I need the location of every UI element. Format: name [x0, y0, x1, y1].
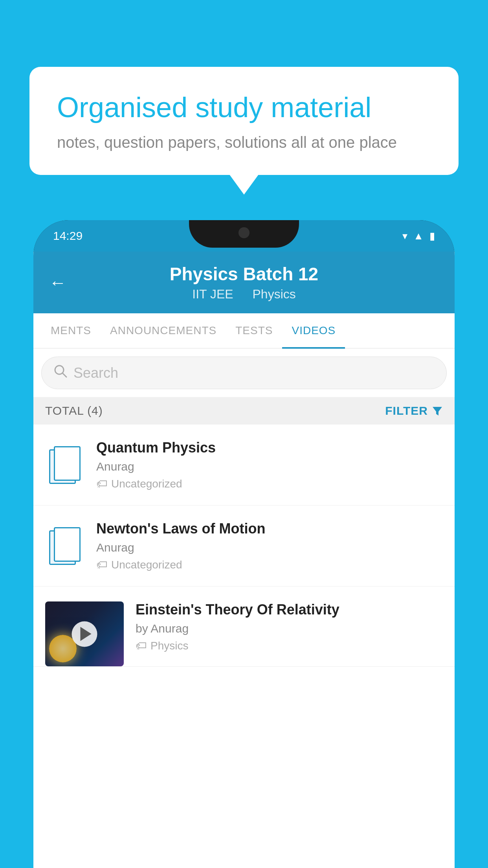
- item-title: Einstein's Theory Of Relativity: [136, 601, 443, 618]
- speech-bubble: Organised study material notes, question…: [29, 67, 459, 175]
- tag-label: Uncategorized: [111, 478, 182, 490]
- item-info: Quantum Physics Anurag 🏷 Uncategorized: [96, 440, 443, 490]
- list-item[interactable]: Newton's Laws of Motion Anurag 🏷 Uncateg…: [33, 506, 455, 587]
- document-icon: [49, 527, 81, 565]
- filter-bar: TOTAL (4) FILTER: [33, 397, 455, 425]
- header-subtitle: IIT JEE Physics: [49, 287, 439, 302]
- item-tag: 🏷 Uncategorized: [96, 477, 443, 490]
- list-item[interactable]: Quantum Physics Anurag 🏷 Uncategorized: [33, 425, 455, 506]
- header-title: Physics Batch 12: [49, 263, 439, 285]
- svg-marker-2: [433, 407, 442, 416]
- status-time: 14:29: [53, 229, 83, 243]
- header-tag-physics: Physics: [252, 287, 295, 301]
- tag-icon: 🏷: [96, 477, 107, 490]
- item-info: Einstein's Theory Of Relativity by Anura…: [136, 601, 443, 652]
- item-title: Quantum Physics: [96, 440, 443, 456]
- signal-icon: ▲: [413, 230, 424, 242]
- status-icons: ▾ ▲ ▮: [402, 230, 435, 242]
- item-author: Anurag: [96, 460, 443, 473]
- camera: [238, 227, 250, 238]
- item-info: Newton's Laws of Motion Anurag 🏷 Uncateg…: [96, 520, 443, 571]
- item-title: Newton's Laws of Motion: [96, 520, 443, 537]
- search-bar[interactable]: Search: [41, 357, 447, 389]
- phone-frame: 14:29 ▾ ▲ ▮ ← Physics Batch 12 IIT JEE P…: [33, 220, 455, 868]
- item-thumbnail: [45, 445, 84, 485]
- item-tag: 🏷 Physics: [136, 639, 443, 652]
- item-tag: 🏷 Uncategorized: [96, 558, 443, 571]
- app-header: ← Physics Batch 12 IIT JEE Physics: [33, 252, 455, 313]
- tab-ments[interactable]: MENTS: [41, 313, 101, 348]
- item-author: Anurag: [96, 541, 443, 554]
- battery-icon: ▮: [429, 230, 435, 242]
- tabs-bar: MENTS ANNOUNCEMENTS TESTS VIDEOS: [33, 313, 455, 349]
- total-count: TOTAL (4): [45, 404, 103, 417]
- video-list: Quantum Physics Anurag 🏷 Uncategorized: [33, 425, 455, 667]
- status-bar: 14:29 ▾ ▲ ▮: [33, 220, 455, 252]
- search-placeholder: Search: [73, 365, 118, 381]
- item-author: by Anurag: [136, 622, 443, 635]
- header-tag-iitjee: IIT JEE: [192, 287, 233, 301]
- phone-screen: ← Physics Batch 12 IIT JEE Physics MENTS…: [33, 252, 455, 868]
- tag-icon: 🏷: [96, 558, 107, 571]
- tag-label: Uncategorized: [111, 559, 182, 571]
- tab-tests[interactable]: TESTS: [226, 313, 282, 348]
- list-item[interactable]: Einstein's Theory Of Relativity by Anura…: [33, 587, 455, 667]
- item-thumbnail: [45, 526, 84, 566]
- svg-line-1: [62, 373, 66, 377]
- filter-button[interactable]: FILTER: [385, 404, 443, 417]
- speech-bubble-title: Organised study material: [57, 90, 431, 124]
- tag-label: Physics: [150, 640, 188, 652]
- tab-announcements[interactable]: ANNOUNCEMENTS: [101, 313, 226, 348]
- wifi-icon: ▾: [402, 230, 407, 242]
- tab-videos[interactable]: VIDEOS: [282, 313, 345, 348]
- back-button[interactable]: ←: [49, 273, 66, 292]
- video-thumbnail-image: [45, 601, 124, 666]
- document-icon: [49, 446, 81, 484]
- speech-bubble-subtitle: notes, question papers, solutions all at…: [57, 134, 431, 151]
- play-icon: [80, 627, 91, 641]
- search-icon: [53, 364, 68, 382]
- tag-icon: 🏷: [136, 639, 147, 652]
- play-button[interactable]: [72, 621, 97, 647]
